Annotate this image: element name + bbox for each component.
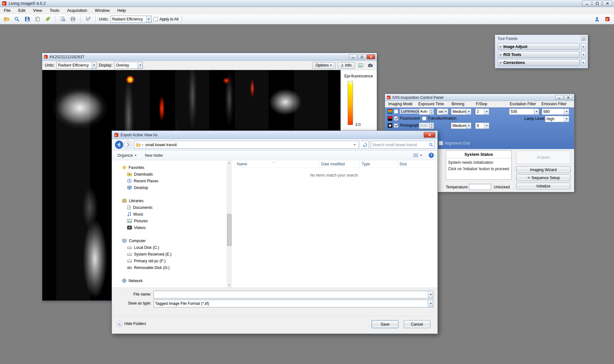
photograph-label[interactable]: Photograph [400, 123, 420, 128]
tree-item-documents[interactable]: Documents [112, 204, 227, 211]
tree-scrollbar[interactable] [227, 160, 232, 288]
detach-roi-tools-button[interactable] [581, 51, 586, 58]
tree-item-removable-disk-g[interactable]: Removable Disk (G:) [112, 264, 227, 271]
menu-file[interactable]: File [0, 7, 14, 13]
export-image-button[interactable] [357, 62, 365, 69]
context-help-button[interactable]: ? [84, 15, 92, 23]
menu-tools[interactable]: Tools [46, 7, 63, 13]
column-date-modified[interactable]: Date modified [321, 162, 345, 166]
organize-button[interactable]: Organize [115, 152, 138, 159]
menu-acquisition[interactable]: Acquisition [63, 7, 91, 13]
zoom-button[interactable] [13, 15, 21, 23]
luminescent-fstop-select[interactable]: 2 [475, 108, 489, 115]
column-name[interactable]: Name [237, 162, 247, 166]
app-titlebar[interactable]: Living Image® 4.5.2 [0, 0, 614, 7]
detach-corrections-button[interactable] [581, 59, 586, 66]
menu-help[interactable]: Help [114, 7, 130, 13]
menu-window[interactable]: Window [91, 7, 114, 13]
options-button[interactable]: Options [312, 62, 335, 69]
temperature-field[interactable] [469, 184, 491, 190]
iw-display-select[interactable]: Overlay [114, 62, 143, 69]
minimize-button[interactable] [349, 54, 357, 59]
tree-item-network[interactable]: Network [112, 277, 227, 284]
initialize-button[interactable]: Initialize [516, 183, 571, 189]
column-size[interactable]: Size [399, 162, 407, 166]
tree-item-videos[interactable]: Videos [112, 224, 227, 231]
maximize-button[interactable] [358, 54, 366, 59]
menu-edit[interactable]: Edit [14, 7, 29, 13]
tree-item-system-reserved-e[interactable]: System Reserved (E:) [112, 251, 227, 257]
breadcrumb-dropdown-arrow[interactable] [352, 141, 357, 148]
image-window-titlebar[interactable]: KK20211213162637 [42, 53, 377, 61]
tree-item-local-disk-c[interactable]: Local Disk (C:) [112, 244, 227, 251]
save-as-type-select[interactable]: Tagged Image File Format (*.tif) [154, 300, 433, 307]
breadcrumb[interactable]: small bowel transit [134, 141, 359, 149]
new-folder-button[interactable]: New folder [143, 152, 165, 159]
units-select[interactable]: Radiant Efficiency [111, 16, 152, 23]
palette-options-button[interactable] [581, 36, 586, 41]
section-corrections[interactable]: Corrections [498, 59, 579, 66]
search-box[interactable] [371, 141, 435, 149]
photograph-fstop-select[interactable]: 8 [475, 123, 489, 129]
tree-item-primary-old-pc-f[interactable]: Primary old pc (F:) [112, 257, 227, 264]
back-button[interactable] [115, 140, 123, 149]
section-roi-tools[interactable]: ROI Tools [498, 51, 579, 58]
fluorescent-checkbox[interactable] [394, 116, 398, 121]
spinner-arrows-icon[interactable] [430, 108, 434, 115]
breadcrumb-folder[interactable]: small bowel transit [145, 143, 177, 147]
app-minimize-button[interactable] [582, 1, 592, 6]
print-button[interactable] [69, 15, 77, 23]
photograph-binning-select[interactable]: Medium [451, 123, 471, 129]
search-input[interactable] [372, 143, 429, 147]
emission-filter-select[interactable]: 580 [542, 108, 569, 115]
snapshot-button[interactable] [366, 62, 374, 69]
detach-image-adjust-button[interactable] [581, 43, 586, 50]
close-button[interactable] [564, 95, 572, 100]
luminescent-binning-select[interactable]: Medium [451, 108, 471, 115]
scroll-down-button[interactable] [227, 282, 232, 288]
cancel-button[interactable]: Cancel [404, 320, 430, 328]
tree-item-favorites[interactable]: Favorites [112, 164, 227, 171]
imaging-wizard-button[interactable]: Imaging Wizard [516, 166, 571, 173]
sequence-setup-button[interactable]: Sequence Setup [516, 174, 571, 181]
section-image-adjust[interactable]: Image Adjust [498, 43, 579, 50]
close-button[interactable] [424, 132, 435, 138]
refresh-button[interactable] [361, 141, 369, 149]
exposure-unit-select[interactable]: sec [437, 108, 448, 115]
tree-item-libraries[interactable]: Libraries [112, 197, 227, 204]
hide-folders-button[interactable]: Hide Folders [117, 321, 146, 327]
excitation-filter-select[interactable]: 535 [509, 108, 539, 115]
preview-button[interactable] [59, 15, 67, 23]
tree-item-music[interactable]: Music [112, 211, 227, 218]
tree-item-computer[interactable]: Computer [112, 237, 227, 244]
close-button[interactable] [367, 54, 375, 59]
open-button[interactable] [3, 15, 11, 23]
app-close-button[interactable] [602, 1, 612, 6]
info-button[interactable]: Info [337, 62, 355, 69]
iw-units-select[interactable]: Radiant Efficiency [57, 62, 97, 69]
lamp-level-select[interactable]: High [545, 116, 569, 122]
luminescent-checkbox[interactable] [394, 109, 398, 114]
tree-item-desktop[interactable]: Desktop [112, 184, 227, 191]
luminescent-exposure-spinner[interactable]: Auto [419, 108, 434, 115]
save-button[interactable] [23, 15, 31, 23]
tree-item-recent-places[interactable]: Recent Places [112, 178, 227, 184]
file-name-input[interactable] [154, 292, 428, 297]
save-button[interactable]: Save [372, 320, 398, 328]
column-type[interactable]: Type [362, 162, 370, 166]
photograph-checkbox[interactable] [394, 123, 398, 128]
file-name-combo[interactable] [154, 291, 433, 298]
views-button[interactable] [411, 152, 424, 158]
tree-item-pictures[interactable]: Pictures [112, 218, 227, 224]
acquire-button[interactable]: Acquire [516, 151, 571, 164]
export-dialog-titlebar[interactable]: Export Active View As [112, 131, 437, 139]
tree-item-downloads[interactable]: Downloads [112, 171, 227, 178]
minimize-button[interactable] [555, 95, 563, 100]
help-button[interactable]: ? [429, 153, 434, 158]
scrollbar-thumb[interactable] [227, 214, 232, 246]
transillumination-checkbox[interactable] [422, 116, 426, 121]
acquisition-panel-titlebar[interactable]: IVIS Acquisition Control Panel [385, 94, 574, 101]
copy-button[interactable] [33, 15, 42, 23]
menu-view[interactable]: View [29, 7, 46, 13]
apply-to-all-checkbox[interactable] [154, 17, 158, 21]
